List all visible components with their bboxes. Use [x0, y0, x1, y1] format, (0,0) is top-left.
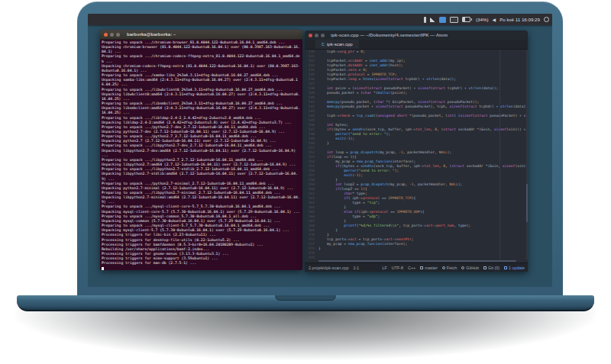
terminal-line: Unpacking libwbclient0:amd64 (2:4.3.11+d… — [102, 92, 301, 101]
battery-percentage: (34%) — [476, 17, 489, 22]
minimize-icon[interactable] — [315, 34, 318, 37]
status-encoding[interactable]: UTF-8 — [392, 266, 403, 270]
terminal-line: Unpacking libldap-2.4-2:amd64 (2.4.42+df… — [102, 121, 301, 125]
battery-icon — [462, 17, 470, 22]
terminal-line: Preparing to unpack .../chromium-codecs-… — [102, 54, 301, 63]
close-icon[interactable] — [309, 34, 312, 37]
status-grammar[interactable]: C++ — [408, 266, 415, 270]
terminal-line: Preparing to unpack .../python2.7-minima… — [102, 182, 301, 186]
maximize-icon[interactable] — [116, 33, 120, 37]
terminal-line: Unpacking samba-libs:amd64 (2:4.3.11+dfs… — [102, 78, 301, 87]
status-file-path[interactable]: 2.projekt/ipk-scan.cpp — [309, 266, 348, 270]
status-updates[interactable]: 1 update — [504, 266, 525, 270]
desktop: (34%) ◀ Po kvě 11 16:09:29 barborka@barb… — [88, 14, 552, 287]
bluetooth-icon[interactable] — [424, 17, 426, 23]
terminal-cursor — [102, 267, 104, 271]
sync-icon — [442, 266, 445, 269]
status-git-branch[interactable]: master — [420, 266, 437, 270]
c-language-icon: C — [322, 42, 325, 47]
code-editor[interactable]: 5305315325335345355365375385395405415425… — [305, 50, 528, 259]
atom-tab-bar: C ipk-scan.cpp — [305, 40, 528, 50]
volume-icon[interactable]: ◀ — [493, 17, 496, 22]
close-icon[interactable] — [104, 33, 108, 37]
terminal-line: Unpacking chromium-browser (81.0.4044.12… — [102, 45, 301, 54]
wrap-guide — [499, 50, 500, 259]
code-line: tcph->check = tcp_csum((unsigned short *… — [318, 114, 528, 118]
terminal-line: Preparing to unpack .../libwbclient0_2%3… — [102, 88, 301, 92]
terminal-output[interactable]: Preparing to unpack .../chromium-browser… — [100, 39, 302, 270]
terminal-title: barborka@barborka: ~ — [127, 32, 176, 37]
laptop-mockup: (34%) ◀ Po kvě 11 16:09:29 barborka@barb… — [0, 0, 611, 364]
status-line-ending[interactable]: LF — [383, 266, 387, 270]
battery-indicator[interactable] — [462, 17, 472, 22]
code-line: memcpy(pseudo_packet + sizeof(struct pse… — [318, 105, 528, 109]
status-git-fetch[interactable]: Fetch — [442, 266, 457, 270]
git-icon — [483, 266, 487, 269]
atom-status-bar: 2.projekt/ipk-scan.cpp 1:1 LFUTF-8C++mas… — [305, 263, 528, 272]
terminal-line: Unpacking libpython2.7-stdlib:amd64 (2.7… — [102, 172, 301, 181]
terminal-line: Unpacking mysql-client-core-5.7 (5.7.30-… — [102, 210, 301, 214]
terminal-window-controls — [104, 33, 122, 37]
maximize-icon[interactable] — [321, 34, 325, 37]
atom-window: ipk-scan.cpp — ~/Dokumenty/4.semester/IP… — [305, 31, 528, 272]
github-icon — [461, 266, 464, 269]
line-number-gutter: 5305315325335345355365375385395405415425… — [305, 50, 317, 259]
terminal-line: Unpacking chromium-codecs-ffmpeg-extra (… — [102, 64, 301, 73]
terminal-line: Unpacking libpython2.7-minimal:amd64 (2.… — [102, 195, 301, 205]
terminal-line: Unpacking libsmbclient:amd64 (2:4.3.11+d… — [102, 106, 301, 115]
atom-window-title: ipk-scan.cpp — ~/Dokumenty/4.semester/IP… — [331, 33, 448, 37]
terminal-window: barborka@barborka: ~ Preparing to unpack… — [100, 30, 302, 270]
clock[interactable]: Po kvě 11 16:09:29 — [499, 17, 540, 22]
tab-label: ipk-scan.cpp — [327, 42, 353, 47]
branch-icon — [420, 266, 423, 269]
terminal-line: Unpacking libpython2.7-dev:amd64 (2.7.12… — [102, 149, 301, 158]
code-line — [318, 256, 528, 259]
status-git-changes[interactable]: Git (0) — [483, 266, 499, 270]
vertical-scrollbar[interactable] — [526, 50, 528, 259]
terminal-line: Preparing to unpack .../libpython2.7-dev… — [102, 143, 301, 148]
laptop-base — [17, 295, 594, 311]
status-github[interactable]: GitHub — [461, 266, 479, 270]
status-cursor-position[interactable]: 1:1 — [353, 266, 359, 270]
terminal-line: Preparing to unpack .../mysql-client-cor… — [102, 205, 301, 209]
tab-ipk-scan[interactable]: C ipk-scan.cpp — [315, 40, 359, 49]
system-tray: (34%) ◀ Po kvě 11 16:09:29 — [420, 14, 549, 25]
system-menu-bar: (34%) ◀ Po kvě 11 16:09:29 — [88, 14, 552, 25]
keyboard-indicator-icon[interactable] — [439, 17, 446, 23]
code-pane[interactable]: tcph->urg_ptr = 0; tcpPacket.srcAddr = i… — [318, 50, 528, 259]
atom-window-controls — [309, 34, 327, 37]
network-icon[interactable] — [430, 18, 435, 22]
session-gear-icon[interactable] — [544, 17, 549, 22]
minimize-icon[interactable] — [110, 33, 114, 37]
laptop-base-notch — [275, 295, 336, 301]
status-right-segments: LFUTF-8C++masterFetchGitHubGit (0)1 upda… — [378, 266, 525, 270]
package-icon — [504, 266, 507, 269]
mail-icon[interactable] — [450, 17, 458, 23]
laptop-lid: (34%) ◀ Po kvě 11 16:09:29 barborka@barb… — [77, 2, 563, 298]
terminal-line: Processing triggers for man-db (2.7.5-1)… — [102, 261, 301, 266]
